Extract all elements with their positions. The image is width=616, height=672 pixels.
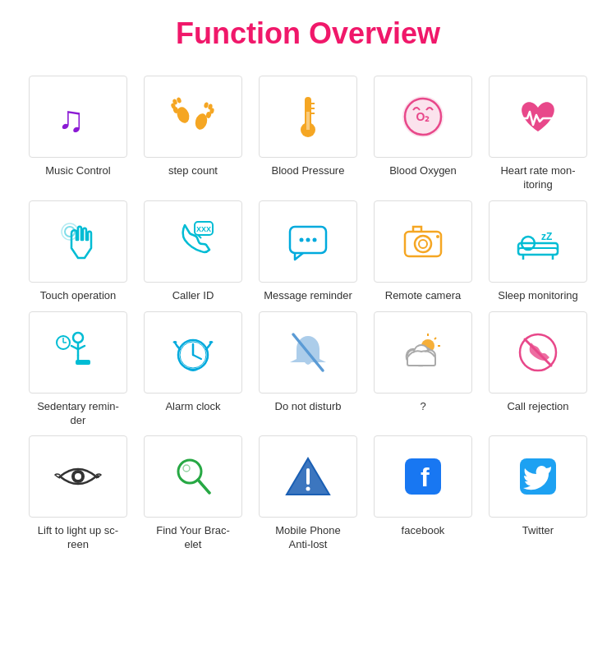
svg-point-30	[419, 240, 427, 248]
blood-oxygen-icon: O₂	[398, 92, 448, 141]
cell-message-reminder: Message reminder	[255, 200, 361, 303]
cell-twitter: Twitter	[485, 435, 591, 552]
svg-point-27	[313, 237, 317, 242]
blood-pressure-icon	[283, 92, 333, 141]
label-blood-pressure: Blood Pressure	[272, 164, 345, 178]
icon-box-remote-camera	[374, 200, 472, 283]
icon-box-step-count	[144, 76, 242, 158]
svg-point-10	[204, 102, 209, 108]
touch-operation-icon	[53, 217, 103, 266]
cell-remote-camera: Remote camera	[370, 200, 476, 303]
icon-box-do-not-disturb	[259, 311, 357, 394]
do-not-disturb-icon	[283, 328, 333, 377]
cell-facebook: f facebook	[370, 435, 476, 552]
cell-step-count: step count	[140, 76, 246, 192]
label-sedentary-reminder: Sedentary remin- der	[37, 400, 119, 428]
icon-box-weather	[374, 311, 472, 394]
svg-rect-13	[306, 112, 310, 130]
label-twitter: Twitter	[522, 524, 554, 538]
label-call-rejection: Call rejection	[507, 400, 568, 414]
music-control-icon: ♫	[53, 92, 103, 141]
cell-sleep-monitoring: zZ Sleep monitoring	[485, 200, 591, 303]
label-blood-oxygen: Blood Oxygen	[389, 164, 457, 178]
message-reminder-icon	[283, 217, 333, 266]
step-count-icon	[168, 92, 218, 141]
svg-point-20	[65, 227, 75, 237]
cell-alarm-clock: Alarm clock	[140, 311, 246, 428]
cell-music-control: ♫ Music Control	[25, 76, 131, 192]
icon-box-twitter	[489, 435, 587, 518]
cell-touch-operation: Touch operation	[25, 200, 131, 303]
icon-box-blood-oxygen: O₂	[374, 76, 472, 158]
svg-point-25	[300, 237, 304, 242]
caller-id-icon: XXX	[168, 217, 218, 266]
icon-box-music-control: ♫	[29, 76, 127, 158]
label-alarm-clock: Alarm clock	[165, 400, 220, 414]
label-do-not-disturb: Do not disturb	[275, 400, 342, 414]
icon-box-find-bracelet	[144, 435, 242, 518]
label-lift-light: Lift to light up sc- reen	[38, 524, 118, 552]
label-music-control: Music Control	[45, 164, 110, 178]
label-mobile-antilost: Mobile Phone Anti-lost	[275, 524, 341, 552]
call-rejection-icon	[513, 328, 563, 377]
icon-box-blood-pressure	[259, 76, 357, 158]
icon-box-mobile-antilost	[259, 435, 357, 518]
cell-do-not-disturb: Do not disturb	[255, 311, 361, 428]
svg-point-26	[306, 237, 310, 242]
icon-box-caller-id: XXX	[144, 200, 242, 283]
label-weather: ?	[420, 400, 425, 414]
cell-weather: ?	[370, 311, 476, 428]
icon-box-sedentary-reminder	[29, 311, 127, 394]
cell-blood-pressure: Blood Pressure	[255, 76, 361, 192]
icon-box-sleep-monitoring: zZ	[489, 200, 587, 283]
svg-point-68	[183, 465, 190, 472]
label-find-bracelet: Find Your Brac- elet	[156, 524, 230, 552]
label-step-count: step count	[168, 164, 218, 178]
cell-mobile-antilost: Mobile Phone Anti-lost	[255, 435, 361, 552]
label-facebook: facebook	[402, 524, 445, 538]
label-sleep-monitoring: Sleep monitoring	[498, 289, 578, 303]
svg-point-65	[96, 475, 99, 478]
cell-blood-oxygen: O₂ Blood Oxygen	[370, 76, 476, 192]
icon-box-facebook: f	[374, 435, 472, 518]
cell-caller-id: XXX Caller ID	[140, 200, 246, 303]
label-message-reminder: Message reminder	[264, 289, 352, 303]
lift-light-icon	[53, 452, 103, 501]
cell-sedentary-reminder: Sedentary remin- der	[25, 311, 131, 428]
svg-point-29	[415, 236, 431, 252]
svg-line-47	[193, 355, 201, 359]
icon-box-alarm-clock	[144, 311, 242, 394]
svg-point-38	[73, 333, 83, 343]
cell-find-bracelet: Find Your Brac- elet	[140, 435, 246, 552]
svg-text:XXX: XXX	[196, 225, 211, 233]
icon-box-lift-light	[29, 435, 127, 518]
mobile-antilost-icon	[283, 452, 333, 501]
svg-point-31	[436, 235, 439, 238]
svg-line-62	[525, 339, 551, 366]
svg-line-51	[434, 338, 436, 339]
remote-camera-icon	[398, 217, 448, 266]
twitter-icon	[513, 452, 563, 501]
icon-box-touch-operation	[29, 200, 127, 283]
svg-text:zZ: zZ	[541, 231, 552, 242]
function-grid: ♫ Music Control step count	[25, 76, 591, 552]
weather-icon	[398, 328, 448, 377]
facebook-icon: f	[398, 452, 448, 501]
cell-lift-light: Lift to light up sc- reen	[25, 435, 131, 552]
alarm-clock-icon	[168, 328, 218, 377]
label-caller-id: Caller ID	[172, 289, 214, 303]
icon-box-heart-rate	[489, 76, 587, 158]
svg-point-64	[75, 473, 81, 480]
cell-heart-rate: Heart rate mon- itoring	[485, 76, 591, 192]
label-remote-camera: Remote camera	[385, 289, 461, 303]
svg-text:♫: ♫	[57, 99, 85, 139]
svg-line-67	[198, 480, 209, 493]
sleep-monitoring-icon: zZ	[513, 217, 563, 266]
sedentary-reminder-icon	[53, 328, 103, 377]
label-touch-operation: Touch operation	[40, 289, 117, 303]
svg-text:O₂: O₂	[416, 110, 430, 123]
svg-point-70	[306, 487, 310, 491]
icon-box-message-reminder	[259, 200, 357, 283]
find-bracelet-icon	[168, 452, 218, 501]
icon-box-call-rejection	[489, 311, 587, 394]
